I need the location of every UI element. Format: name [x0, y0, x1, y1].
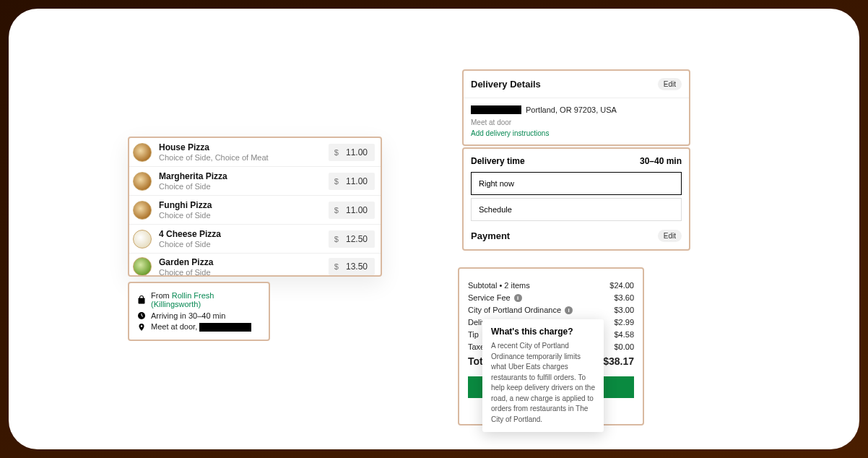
menu-row[interactable]: 4 Cheese Pizza Choice of Side $ 12.50	[129, 225, 381, 254]
pizza-thumbnail	[133, 201, 152, 220]
menu-card: House Pizza Choice of Side, Choice of Me…	[128, 137, 382, 277]
from-row: From Rollin Fresh (Killingsworth)	[136, 291, 261, 308]
summary-label: Service Fee	[468, 293, 511, 302]
summary-value: $2.99	[614, 318, 634, 327]
menu-item-price[interactable]: $ 11.00	[329, 202, 375, 219]
pizza-thumbnail	[133, 230, 152, 249]
info-icon[interactable]: i	[565, 306, 573, 314]
summary-label: Tip	[468, 330, 479, 339]
address-suffix: Portland, OR 97203, USA	[526, 105, 617, 114]
menu-item-name: Funghi Pizza	[159, 200, 329, 210]
order-info-card: From Rollin Fresh (Killingsworth) Arrivi…	[128, 282, 270, 341]
summary-value: $0.00	[614, 342, 634, 351]
tooltip-body: A recent City of Portland Ordinance temp…	[491, 341, 595, 425]
summary-row: Subtotal • 2 items $24.00	[468, 281, 634, 290]
pizza-thumbnail	[133, 257, 152, 275]
bag-icon	[136, 295, 146, 305]
meet-row: Meet at door,	[136, 322, 261, 332]
info-icon[interactable]: i	[514, 294, 522, 302]
summary-value: $3.60	[614, 293, 634, 302]
summary-row: Service Feei $3.60	[468, 293, 634, 302]
menu-item-sub: Choice of Side, Choice of Meat	[159, 153, 329, 162]
tooltip-title: What's this charge?	[491, 327, 595, 337]
pin-icon	[136, 322, 146, 332]
total-value: $38.17	[603, 355, 634, 367]
menu-row[interactable]: Margherita Pizza Choice of Side $ 11.00	[129, 167, 381, 196]
payment-title: Payment	[471, 230, 510, 241]
svg-point-1	[140, 325, 142, 327]
menu-item-price[interactable]: $ 13.50	[329, 258, 375, 275]
add-instructions-link[interactable]: Add delivery instructions	[471, 129, 682, 137]
delivery-time-card: Delivery time 30–40 min Right now Schedu…	[462, 147, 690, 251]
edit-delivery-button[interactable]: Edit	[658, 78, 682, 90]
delivery-time-title: Delivery time	[471, 156, 525, 166]
from-label: From	[151, 291, 170, 300]
menu-item-price[interactable]: $ 12.50	[329, 230, 375, 248]
summary-value: $3.00	[614, 306, 634, 314]
arriving-text: Arriving in 30–40 min	[151, 311, 225, 320]
summary-value: $4.58	[614, 330, 634, 339]
menu-item-name: House Pizza	[159, 142, 329, 152]
clock-icon	[136, 311, 146, 320]
menu-row[interactable]: Garden Pizza Choice of Side $ 13.50	[129, 254, 381, 275]
arriving-row: Arriving in 30–40 min	[136, 311, 261, 320]
summary-label: Subtotal • 2 items	[468, 281, 530, 290]
menu-item-price[interactable]: $ 11.00	[329, 144, 375, 161]
summary-label: City of Portland Ordinance	[468, 306, 561, 314]
right-now-button[interactable]: Right now	[471, 172, 682, 195]
meet-text: Meet at door,	[151, 322, 197, 331]
edit-payment-button[interactable]: Edit	[658, 230, 682, 242]
menu-row[interactable]: House Pizza Choice of Side, Choice of Me…	[129, 138, 381, 167]
menu-item-sub: Choice of Side	[159, 240, 329, 249]
address-line: Portland, OR 97203, USA	[471, 105, 682, 114]
menu-row[interactable]: Funghi Pizza Choice of Side $ 11.00	[129, 196, 381, 225]
delivery-time-eta: 30–40 min	[640, 156, 682, 166]
meet-at-door: Meet at door	[471, 118, 682, 126]
pizza-thumbnail	[133, 172, 152, 191]
menu-item-sub: Choice of Side	[159, 182, 329, 191]
menu-item-name: Margherita Pizza	[159, 171, 329, 181]
pizza-thumbnail	[133, 143, 152, 162]
summary-value: $24.00	[609, 281, 634, 290]
menu-item-sub: Choice of Side	[159, 268, 329, 276]
redacted-address	[199, 323, 251, 332]
delivery-details-card: Delivery Details Edit Portland, OR 97203…	[462, 69, 690, 146]
menu-item-sub: Choice of Side	[159, 211, 329, 220]
menu-item-price[interactable]: $ 11.00	[329, 173, 375, 190]
charge-tooltip: What's this charge? A recent City of Por…	[482, 319, 604, 432]
schedule-button[interactable]: Schedule	[471, 198, 682, 221]
menu-item-name: 4 Cheese Pizza	[159, 229, 329, 239]
redacted-street	[471, 105, 521, 114]
delivery-details-title: Delivery Details	[471, 79, 541, 90]
menu-item-name: Garden Pizza	[159, 257, 329, 267]
summary-row: City of Portland Ordinancei $3.00	[468, 306, 634, 314]
